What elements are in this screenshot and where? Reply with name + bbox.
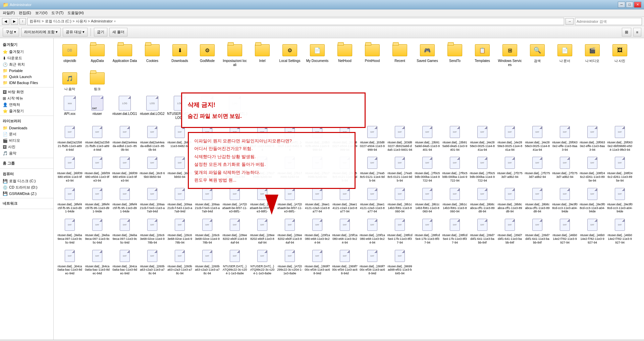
- data-file-74[interactable]: DAT ntuser.dat{...}29f1a080-e68-11e3-9c2…: [359, 215, 386, 246]
- data-file-14[interactable]: DAT ntuser.dat{...}3b915a9d-d4a5-11e3-94…: [441, 123, 468, 153]
- data-file-91[interactable]: DAT NTUSER.DAT{...}ATQ99c22-3c-c204-1-1e…: [249, 247, 276, 277]
- sidebar-item-bg[interactable]: 🖼 바탕 화면: [0, 89, 53, 95]
- folder-savedgames[interactable]: 🎮 Saved Games: [414, 41, 441, 68]
- data-file-42[interactable]: DAT ntuser.dat{...}8fef4c5f-f5-95-11e3-d…: [56, 185, 83, 215]
- data-file-81[interactable]: DAT ntuser.dat{...}46b014e2-f782-11e3-99…: [551, 215, 578, 246]
- data-file-20[interactable]: DAT ntuser.dat{...}5f0630e2-6bf39680-e50…: [606, 123, 633, 153]
- sidebar-item-favorites[interactable]: ⭐ 즐겨찾기: [0, 49, 53, 55]
- data-file-65[interactable]: DAT ntuser.dat{...}9eba9eca-097-11e3-9c5…: [111, 215, 138, 246]
- sidebar-item-quicklaunch[interactable]: 📁 Quick Launch: [0, 74, 53, 80]
- data-file-79[interactable]: DAT ntuser.dat{...}39d7d4f1-641-11e3-bab…: [496, 215, 523, 246]
- sidebar-item-fav2[interactable]: ⭐ 즐겨찾기: [0, 108, 53, 114]
- sidebar-item-music[interactable]: 🎵 음악: [0, 150, 53, 156]
- data-file-67[interactable]: DAT ntuser.dat{...}26c63e68-02ce-11e4-97…: [166, 215, 193, 246]
- folder-downloads[interactable]: ⬇ Downloads: [166, 41, 193, 68]
- folder-my-pics[interactable]: 🖼 나 사진: [606, 41, 633, 68]
- folder-appdata2[interactable]: Application Data: [111, 41, 138, 68]
- restore-button[interactable]: □: [626, 2, 633, 8]
- data-file-96[interactable]: DAT ntuser.dat{...}9699ad48-ef01-11e3-b6…: [386, 247, 413, 277]
- data-file-45[interactable]: DAT ntuser.dat{...}09aa21cb-f-543-11e3-a…: [139, 185, 166, 215]
- view-toggle-button[interactable]: ⊞: [622, 28, 631, 37]
- data-file-40[interactable]: DAT ntuser.dat{...}08f246c2-d261-11e3-89…: [579, 153, 606, 184]
- data-file-35[interactable]: DAT ntuser.dat{...}7f0c5b9b-000ba-11e4-9…: [441, 153, 468, 184]
- menu-edit[interactable]: 편집(E): [19, 10, 31, 15]
- folder-printhood[interactable]: PrintHood: [359, 41, 386, 68]
- data-file-75[interactable]: DAT ntuser.dat{...}38fcd5e4-17b-11e3-8f3…: [386, 215, 413, 246]
- data-file-36[interactable]: DAT ntuser.dat{...}7f0c5b9b-000ba-11e4-9…: [469, 153, 496, 184]
- data-file-93[interactable]: DAT ntuser.dat{...}369f700c-ef34-11e3-ac…: [304, 247, 331, 277]
- folder-local-settings[interactable]: ⚙ Local Settings: [276, 41, 303, 68]
- folder-my-video[interactable]: 🎬 나 비디오: [579, 41, 606, 68]
- data-file-58[interactable]: DAT ntuser.dat{...}9b8cabca-cff1-11e3-89…: [496, 185, 523, 215]
- forward-button[interactable]: ▶: [11, 18, 18, 25]
- folder-mydocs[interactable]: 📄 My Documents: [304, 41, 331, 68]
- data-file-16[interactable]: DAT ntuser.dat{...}4e2858e3-0025-11e4-84…: [496, 123, 523, 153]
- minimize-button[interactable]: ─: [618, 2, 625, 8]
- folder-godmode[interactable]: ⚙ GodMode: [194, 41, 221, 68]
- data-file-82[interactable]: DAT ntuser.dat{...}46b014e2-f782-11e3-99…: [579, 215, 606, 246]
- sidebar-item-recent[interactable]: 🕐 최근 위치: [0, 61, 53, 68]
- menu-tools[interactable]: 도구(T): [51, 10, 63, 15]
- data-file-43[interactable]: DAT ntuser.dat{...}8fef4c5f-f5-95-11e3-d…: [84, 185, 111, 215]
- data-file-77[interactable]: DAT ntuser.dat{...}38fcd5e4-17b-11e3-8f3…: [441, 215, 468, 246]
- back-button[interactable]: ◀: [2, 18, 9, 25]
- data-file-0[interactable]: DAT ntuser.dat(2a22b821-f5d5-11e3-a894-9…: [56, 123, 83, 153]
- file-api[interactable]: xxx API.xxx: [56, 94, 83, 121]
- title-bar-controls[interactable]: ─ □ ✕: [618, 2, 641, 8]
- search-input[interactable]: [575, 18, 642, 25]
- data-file-84[interactable]: DAT ntuser.dat{...}64ca0a6a-bac-11e3-8de…: [56, 247, 83, 277]
- file-ntuser-dat[interactable]: DAT ntuser: [84, 94, 111, 121]
- data-file-24[interactable]: DAT ntuser.dat{...}6c8 65b0-bb50-94: [139, 153, 166, 184]
- menu-view[interactable]: 보기(V): [35, 10, 48, 15]
- data-file-73[interactable]: DAT ntuser.dat{...}29f1a080-e68-11e3-9c2…: [331, 215, 358, 246]
- data-file-12[interactable]: DAT ntuser.dat{...}03d80227-3b915a9d-d4a…: [386, 123, 413, 153]
- folder-sendto[interactable]: SendTo: [441, 41, 468, 68]
- folder-search[interactable]: 🔍 검색: [524, 41, 551, 68]
- data-file-71[interactable]: DAT ntuser.dat{...}28ee8202-eb0f-11e3-84…: [276, 215, 303, 246]
- up-button[interactable]: ↑: [19, 18, 26, 25]
- folder-recent[interactable]: Recent: [386, 41, 413, 68]
- share-button[interactable]: 공유 대상 ▾: [63, 28, 88, 37]
- data-file-64[interactable]: DAT ntuser.dat{...}9eba9eca-097-11e3-9c5…: [84, 215, 111, 246]
- burn-button[interactable]: 굽기: [94, 28, 107, 37]
- data-file-94[interactable]: DAT ntuser.dat{...}369f700c-ef34-11e3-ac…: [331, 247, 358, 277]
- data-file-3[interactable]: DAT ntuser.dat(2a44eada-edbd-11e3--850b-…: [139, 123, 166, 153]
- data-file-69[interactable]: DAT ntuser.dat{...}28ee8202-eb0f-11e3-84…: [221, 215, 248, 246]
- data-file-68[interactable]: DAT ntuser.dat{...}26c63e68-02ce-11e4-97…: [194, 215, 221, 246]
- sidebar-item-ram-z[interactable]: 💾 GSRAMDisk (Z:): [0, 191, 53, 197]
- file-ntuser-log2[interactable]: LOG ntuser.dat.LOG2: [139, 94, 166, 121]
- sidebar-item-downloads[interactable]: ⬇ 다운로드: [0, 55, 53, 61]
- folder-objectdb[interactable]: DB objectdb: [56, 41, 83, 68]
- sidebar-item-start[interactable]: ⊞ 시작 메뉴: [0, 95, 53, 101]
- data-file-54[interactable]: DAT ntuser.dat{...}9b1c14b3-f081-11e3-80…: [386, 185, 413, 215]
- data-file-2[interactable]: DAT ntuser.dat(2a44eada-edbd-11e3--850b-…: [111, 123, 138, 153]
- data-file-70[interactable]: DAT ntuser.dat{...}28ee8202-eb0f-11e3-84…: [249, 215, 276, 246]
- data-file-44[interactable]: DAT ntuser.dat{...}8fef4c5f-f5-95-11e3-d…: [111, 185, 138, 215]
- menu-file[interactable]: 파일(F): [3, 10, 15, 15]
- data-file-17[interactable]: DAT ntuser.dat{...}4e2858e3-0025-11e4-84…: [524, 123, 551, 153]
- data-file-88[interactable]: DAT ntuser.dat{...}260ba63-c2a3-11e3-a78…: [166, 247, 193, 277]
- sidebar-item-docs[interactable]: 📄 문서: [0, 131, 53, 137]
- data-file-55[interactable]: DAT ntuser.dat{...}9b1c14b3-f081-11e3-80…: [414, 185, 441, 215]
- data-file-37[interactable]: DAT ntuser.dat{...}7f2753d7-a9b2-94: [496, 153, 523, 184]
- sidebar-item-photos[interactable]: 🖼 사진: [0, 144, 53, 150]
- folder-templates[interactable]: 📋 Templates: [469, 41, 496, 68]
- data-file-53[interactable]: DAT ntuser.dat{...}9ae14121-c2a3-11e3-8a…: [359, 185, 386, 215]
- data-file-89[interactable]: DAT ntuser.dat{...}260ba63-c2a3-11e3-a78…: [194, 247, 221, 277]
- data-file-15[interactable]: DAT ntuser.dat{...}4e2858e3-0025-11e4-84…: [469, 123, 496, 153]
- close-button[interactable]: ✕: [634, 2, 641, 8]
- sidebar-item-contacts[interactable]: 👤 연락처: [0, 101, 53, 108]
- menu-help[interactable]: 도움말(H): [67, 10, 84, 15]
- address-display[interactable]: 컴퓨터 > 로컬 디스크 (C:) > 사용자 > Administrator …: [27, 18, 564, 25]
- data-file-76[interactable]: DAT ntuser.dat{...}38fcd5e4-17b-11e3-8f3…: [414, 215, 441, 246]
- data-file-23[interactable]: DAT ntuser.dat{...}6bf39680-e504-11e3-9f…: [111, 153, 138, 184]
- data-file-21[interactable]: DAT ntuser.dat{...}6bf39680-e504-11e3-9f…: [56, 153, 83, 184]
- sidebar-item-portable[interactable]: 📁 Portable: [0, 68, 53, 74]
- sidebar-item-local-c[interactable]: 💾 로컬 디스크 (C:): [0, 178, 53, 184]
- data-file-34[interactable]: DAT ntuser.dat{...}7f0c5b9b-000ba-11e4-9…: [414, 153, 441, 184]
- folder-intel[interactable]: Intel: [249, 41, 276, 68]
- data-file-19[interactable]: DAT ntuser.dat{...}5f0630e2-effe-11e3-8a…: [579, 123, 606, 153]
- data-file-62[interactable]: DAT ntuser.dat{...}9e3f08cd-cc3-11e3-a04…: [606, 185, 633, 215]
- data-file-63[interactable]: DAT ntuser.dat{...}9eba9eca-097-11e3-9c5…: [56, 215, 83, 246]
- data-file-87[interactable]: DAT ntuser.dat{...}260ba63-c2a3-11e3-a78…: [139, 247, 166, 277]
